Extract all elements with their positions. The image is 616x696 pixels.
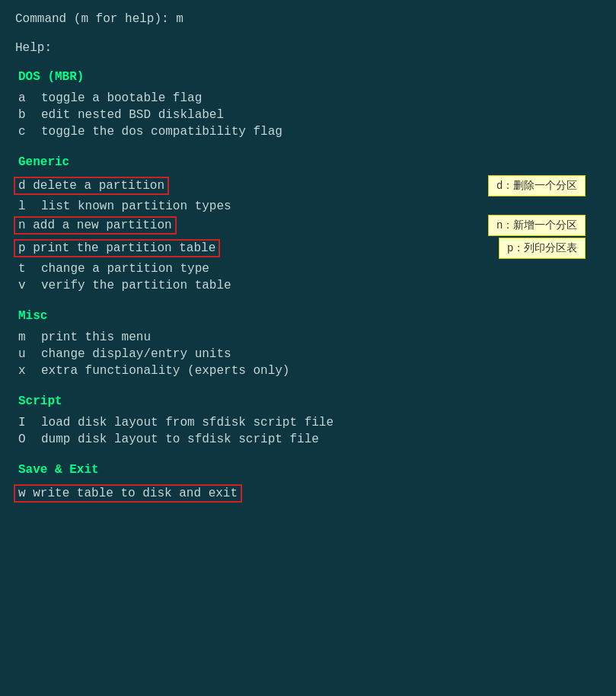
cmd-desc-c: toggle the dos compatibility flag <box>41 125 282 139</box>
cmd-desc-b: edit nested BSD disklabel <box>41 108 224 122</box>
cmd-desc-u: change display/entry units <box>41 347 231 361</box>
cmd-key-u: u <box>18 347 41 361</box>
cmd-key-O: O <box>18 433 41 446</box>
command-text: Command (m for help): m <box>15 12 184 26</box>
cmd-desc-x: extra functionality (experts only) <box>41 364 289 378</box>
cmd-highlighted-p: p print the partition table <box>14 239 220 257</box>
cmd-desc-l: list known partition types <box>41 200 231 213</box>
cmd-row-b: b edit nested BSD disklabel <box>15 107 601 123</box>
cmd-key-t: t <box>18 262 41 276</box>
cmd-row-u: u change display/entry units <box>15 346 601 362</box>
cmd-row-d: d delete a partition d：删除一个分区 <box>15 175 601 196</box>
cmd-desc-w: write table to disk and exit <box>33 487 238 500</box>
cmd-desc-n: add a new partition <box>33 219 171 232</box>
cmd-row-a: a toggle a bootable flag <box>15 90 601 107</box>
dos-mbr-section: DOS (MBR) a toggle a bootable flag b edi… <box>15 70 601 140</box>
cmd-key-d: d <box>18 179 26 193</box>
cmd-row-w: w write table to disk and exit <box>15 483 601 504</box>
cmd-key-w: w <box>18 487 26 500</box>
tooltip-p-text: p：列印分区表 <box>507 241 577 254</box>
cmd-desc-d: delete a partition <box>33 179 164 193</box>
cmd-desc-a: toggle a bootable flag <box>41 91 202 105</box>
cmd-row-v: v verify the partition table <box>15 277 601 294</box>
save-exit-title: Save & Exit <box>15 463 601 477</box>
script-section: Script I load disk layout from sfdisk sc… <box>15 394 601 448</box>
save-exit-section: Save & Exit w write table to disk and ex… <box>15 463 601 504</box>
dos-mbr-title: DOS (MBR) <box>15 70 601 84</box>
script-title: Script <box>15 394 601 408</box>
cmd-key-b: b <box>18 108 41 122</box>
cmd-key-l: l <box>18 200 41 213</box>
cmd-row-O: O dump disk layout to sfdisk script file <box>15 431 601 448</box>
cmd-desc-O: dump disk layout to sfdisk script file <box>41 433 319 446</box>
cmd-key-I: I <box>18 416 41 429</box>
cmd-desc-v: verify the partition table <box>41 279 231 292</box>
generic-section: Generic d delete a partition d：删除一个分区 l … <box>15 155 601 294</box>
tooltip-n: n：新增一个分区 <box>488 215 586 236</box>
cmd-row-m: m print this menu <box>15 329 601 346</box>
cmd-desc-m: print this menu <box>41 330 151 344</box>
tooltip-n-text: n：新增一个分区 <box>496 219 577 231</box>
cmd-key-x: x <box>18 364 41 378</box>
cmd-row-I: I load disk layout from sfdisk script fi… <box>15 414 601 431</box>
cmd-desc-I: load disk layout from sfdisk script file <box>41 416 334 429</box>
cmd-row-p: p print the partition table p：列印分区表 <box>15 238 601 259</box>
cmd-highlighted-n: n add a new partition <box>14 216 177 235</box>
command-line: Command (m for help): m <box>15 12 601 26</box>
tooltip-d: d：删除一个分区 <box>488 175 586 196</box>
tooltip-p: p：列印分区表 <box>499 238 586 259</box>
cmd-key-n: n <box>18 219 26 232</box>
cmd-desc-t: change a partition type <box>41 262 209 276</box>
cmd-highlighted-d: d delete a partition <box>14 177 169 195</box>
generic-title: Generic <box>15 155 601 169</box>
tooltip-d-text: d：删除一个分区 <box>496 179 577 191</box>
help-label: Help: <box>15 41 601 55</box>
cmd-key-v: v <box>18 279 41 292</box>
misc-title: Misc <box>15 309 601 323</box>
cmd-key-p: p <box>18 241 26 255</box>
misc-section: Misc m print this menu u change display/… <box>15 309 601 379</box>
cmd-highlighted-w: w write table to disk and exit <box>14 484 242 503</box>
cmd-row-x: x extra functionality (experts only) <box>15 362 601 379</box>
cmd-row-l: l list known partition types <box>15 198 601 215</box>
cmd-key-m: m <box>18 330 41 344</box>
cmd-desc-p: print the partition table <box>33 241 215 255</box>
cmd-row-n: n add a new partition n：新增一个分区 <box>15 215 601 236</box>
cmd-row-t: t change a partition type <box>15 260 601 277</box>
help-text: Help: <box>15 41 52 55</box>
cmd-key-c: c <box>18 125 41 139</box>
cmd-key-a: a <box>18 91 41 105</box>
cmd-row-c: c toggle the dos compatibility flag <box>15 123 601 140</box>
